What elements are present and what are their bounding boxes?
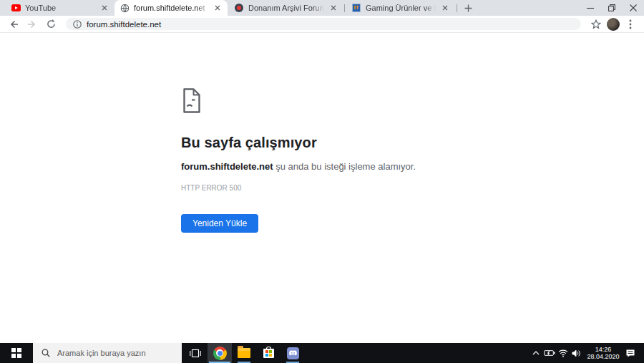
error-block: Bu sayfa çalışmıyor forum.shiftdelete.ne… [181,87,416,233]
chrome-icon [213,347,227,360]
error-domain: forum.shiftdelete.net [181,161,273,172]
forward-icon[interactable] [24,16,40,32]
reload-page-button[interactable]: Yeniden Yükle [181,214,258,233]
close-tab-icon[interactable] [440,3,450,13]
error-title: Bu sayfa çalışmıyor [181,135,416,151]
task-view-button[interactable] [183,343,208,363]
error-message-rest: şu anda bu isteği işleme alamıyor. [275,161,416,172]
youtube-icon [11,3,21,13]
tab-separator [344,4,345,12]
close-tab-icon[interactable] [213,3,223,13]
close-window-button[interactable] [623,0,644,16]
taskbar-discord-button[interactable] [280,343,305,363]
tab-label: Donanım Arşivi Forum [248,4,324,12]
page-info-icon[interactable] [73,20,82,29]
tab-gaming-urunler[interactable]: IT Gaming Ürünler ve Bilgisayar Bile [346,0,455,16]
tab-separator [457,4,457,12]
chrome-menu-icon[interactable] [623,16,638,32]
windows-logo-icon [11,348,21,358]
tab-donanim-arsivi[interactable]: Donanım Arşivi Forum [229,0,343,16]
it-logo-icon: IT [351,3,361,13]
search-input[interactable] [56,348,173,358]
close-tab-icon[interactable] [99,3,109,13]
taskbar-store-button[interactable] [256,343,280,363]
desktop-screen: YouTube forum.shiftdelete.net Donanım Ar… [0,0,644,363]
wifi-icon[interactable] [556,343,570,363]
action-center-icon[interactable] [623,343,637,363]
discord-icon [287,347,299,359]
taskbar-chrome-button[interactable] [208,343,232,363]
taskbar-clock[interactable]: 14:26 28.04.2020 [583,346,623,361]
bookmark-star-icon[interactable] [588,16,604,32]
microsoft-store-icon [263,349,274,358]
task-view-icon [190,349,201,358]
reload-icon[interactable] [43,16,59,32]
battery-charging-icon[interactable] [542,343,556,363]
page-content: Bu sayfa çalışmıyor forum.shiftdelete.ne… [0,34,644,343]
search-icon [42,349,50,357]
tab-label: Gaming Ürünler ve Bilgisayar Bile [366,4,436,12]
taskbar-search[interactable] [33,343,182,363]
system-tray: 14:26 28.04.2020 [529,343,644,363]
browser-toolbar: forum.shiftdelete.net [0,16,644,33]
taskbar-file-explorer-button[interactable] [232,343,256,363]
clock-time: 14:26 [583,346,623,354]
forum-target-icon [234,3,244,13]
error-code: HTTP ERROR 500 [181,184,416,192]
sad-page-icon [181,87,203,114]
file-explorer-icon [238,348,250,358]
clock-date: 28.04.2020 [583,353,623,361]
address-bar[interactable]: forum.shiftdelete.net [66,18,581,30]
tab-label: YouTube [25,4,95,12]
new-tab-button[interactable] [462,1,475,15]
tab-strip: YouTube forum.shiftdelete.net Donanım Ar… [0,0,644,16]
tab-forum-shiftdelete[interactable]: forum.shiftdelete.net [114,0,228,16]
close-tab-icon[interactable] [328,3,338,13]
tab-youtube[interactable]: YouTube [6,0,114,16]
restore-button[interactable] [601,0,623,16]
url-text[interactable]: forum.shiftdelete.net [87,20,161,29]
window-controls [580,0,644,16]
error-message: forum.shiftdelete.net şu anda bu isteği … [181,161,416,172]
tab-label: forum.shiftdelete.net [134,4,208,12]
tray-chevron-up-icon[interactable] [529,343,542,363]
start-button[interactable] [0,343,33,363]
minimize-button[interactable] [580,0,601,16]
windows-taskbar: 14:26 28.04.2020 [0,343,644,363]
globe-icon [119,3,130,13]
profile-avatar[interactable] [607,18,620,31]
volume-icon[interactable] [570,343,583,363]
back-icon[interactable] [6,16,21,32]
